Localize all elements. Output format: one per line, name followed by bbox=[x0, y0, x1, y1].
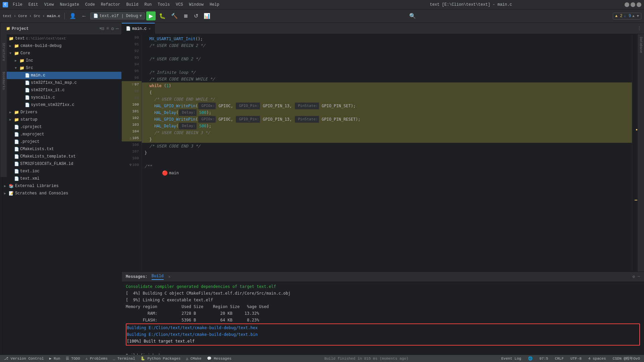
profile-button[interactable]: 👤 bbox=[67, 11, 78, 20]
build-tab-button[interactable]: Build bbox=[152, 274, 164, 280]
tree-drivers[interactable]: ▶ 📁 Drivers bbox=[3, 109, 121, 116]
python-packages-button[interactable]: 🐍 Python Packages bbox=[139, 356, 182, 361]
tree-it[interactable]: 📄 stm32f1xx_it.c bbox=[3, 86, 121, 94]
menu-window[interactable]: Window bbox=[186, 2, 206, 8]
menu-refactor[interactable]: Refactor bbox=[98, 2, 123, 8]
tree-core[interactable]: ▼ 📁 Core bbox=[3, 50, 121, 57]
tree-inc[interactable]: ▶ 📁 Inc bbox=[3, 57, 121, 64]
inc-label: Inc bbox=[26, 58, 33, 63]
build-spacer bbox=[126, 346, 640, 352]
fold-area-103: 103 bbox=[122, 121, 142, 128]
tree-cmakelists-template[interactable]: 📄 CMakeLists_template.txt bbox=[3, 153, 121, 160]
fold-icon-109[interactable]: ▽ bbox=[129, 163, 131, 167]
todo-button[interactable]: ☰ TODO bbox=[64, 356, 82, 361]
build-button[interactable]: 🔨 bbox=[169, 11, 180, 20]
version-control-button[interactable]: ⎇ Version Control bbox=[3, 356, 45, 361]
right-scroll-gutter bbox=[632, 34, 637, 272]
cmake-icon: 📄 bbox=[14, 147, 19, 152]
line-number-104: 104 bbox=[132, 129, 139, 133]
database-tab[interactable]: Database bbox=[639, 37, 643, 53]
tree-ioc[interactable]: 📄 text.ioc bbox=[3, 168, 121, 175]
param-gpiox-1: GPIOx: bbox=[198, 103, 216, 109]
tab-close-button[interactable]: ✕ bbox=[149, 27, 151, 31]
crlf-button[interactable]: CRLF bbox=[553, 357, 565, 361]
run-config-selector[interactable]: 📄 text.elf | Debug ▼ bbox=[90, 12, 145, 19]
panel-right-controls: ⚙ — bbox=[633, 274, 640, 279]
messages-status-label: Messages bbox=[214, 357, 231, 361]
tree-hal-msp[interactable]: 📄 stm32f1xx_hal_msp.c bbox=[3, 79, 121, 86]
collapse-all-button[interactable]: ⊟ bbox=[101, 26, 104, 32]
filter-button[interactable]: ⚙ bbox=[111, 26, 114, 32]
terminal-button[interactable]: _ Terminal bbox=[112, 357, 137, 361]
tree-mxproject[interactable]: 📄 .mxproject bbox=[3, 131, 121, 138]
menu-help[interactable]: Help bbox=[207, 2, 222, 8]
structure-tab[interactable]: Structure bbox=[2, 43, 5, 61]
messages-button[interactable]: 💬 Messages bbox=[206, 356, 233, 361]
tree-main-c[interactable]: 📄 main.c bbox=[3, 72, 121, 79]
tree-xml[interactable]: 📄 text.xml bbox=[3, 175, 121, 182]
titlebar: C File Edit View Navigate Code Refactor … bbox=[0, 0, 644, 9]
menu-edit[interactable]: Edit bbox=[26, 2, 41, 8]
sort-button[interactable]: ≡ bbox=[106, 26, 109, 32]
tree-external-libraries[interactable]: ▶ 📚 External Libraries bbox=[3, 182, 121, 190]
menu-build[interactable]: Build bbox=[123, 2, 141, 8]
menu-view[interactable]: View bbox=[42, 2, 57, 8]
file-tree-header: 📁 Project ▼ ⊟ ≡ ⚙ — bbox=[3, 23, 121, 35]
tab-options-button[interactable]: ⋮ bbox=[637, 26, 641, 31]
tab-main-c[interactable]: 📄 main.c ✕ bbox=[122, 23, 155, 34]
position-button[interactable]: 97:5 bbox=[538, 357, 549, 361]
encoding-button[interactable]: UTF-8 bbox=[569, 357, 583, 361]
tree-project[interactable]: 📄 .project bbox=[3, 138, 121, 145]
menu-vcs[interactable]: VCS bbox=[173, 2, 186, 8]
tree-ld[interactable]: 📄 STM32F103C8Tx_FLASH.ld bbox=[3, 160, 121, 168]
problems-button[interactable]: ⚠ Problems bbox=[84, 356, 109, 361]
debug-button[interactable]: 🐛 bbox=[157, 11, 168, 20]
status-bar-right: Event Log 🌐 97:5 CRLF UTF-8 4 spaces CSD… bbox=[500, 356, 641, 361]
tree-root[interactable]: ▼ 📁 text E:\Clion\text\text bbox=[3, 35, 121, 42]
line-number-96: 96 bbox=[135, 76, 139, 80]
tree-cmake-build-debug[interactable]: ▶ 📁 cmake-build-debug bbox=[3, 42, 121, 50]
panel-settings-button[interactable]: ⚙ bbox=[633, 274, 635, 279]
tree-cmakelists[interactable]: 📄 CMakeLists.txt bbox=[3, 145, 121, 153]
close-button[interactable] bbox=[637, 2, 641, 7]
minimize-button[interactable] bbox=[625, 2, 629, 7]
tree-src[interactable]: ▼ 📁 Src bbox=[3, 64, 121, 72]
fold-area-91: 91 bbox=[122, 41, 142, 48]
tree-cproject[interactable]: 📄 .cproject bbox=[3, 123, 121, 131]
menu-code[interactable]: Code bbox=[83, 2, 98, 8]
maximize-button[interactable] bbox=[631, 2, 635, 7]
menu-navigate[interactable]: Navigate bbox=[57, 2, 82, 8]
tree-system[interactable]: 📄 system_stm32f1xx.c bbox=[3, 101, 121, 109]
menu-tools[interactable]: Tools bbox=[155, 2, 172, 8]
menu-run[interactable]: Run bbox=[142, 2, 154, 8]
indent-button[interactable]: 4 spaces bbox=[587, 357, 607, 361]
run-status-button[interactable]: ▶ Run bbox=[48, 356, 62, 361]
build-tab-close[interactable]: ✕ bbox=[168, 275, 171, 279]
tree-startup[interactable]: ▶ 📁 startup bbox=[3, 116, 121, 123]
menu-file[interactable]: File bbox=[10, 2, 25, 8]
tree-scratches[interactable]: ▶ 📝 Scratches and Consoles bbox=[3, 190, 121, 197]
tree-syscalls[interactable]: 📄 syscalls.c bbox=[3, 94, 121, 101]
code-line-101: HAL_Delay( Delay: 500); bbox=[142, 109, 632, 116]
cmake-button[interactable]: △ CMake bbox=[184, 356, 203, 361]
search-everywhere-button[interactable]: 🔍 bbox=[407, 11, 418, 20]
rerun-button[interactable]: ↺ bbox=[192, 11, 200, 20]
stop-button[interactable]: ⏹ bbox=[181, 12, 191, 20]
settings-button[interactable]: — bbox=[116, 26, 119, 32]
run-button[interactable]: ▶ bbox=[146, 11, 156, 20]
bookmarks-tab[interactable]: Bookmarks bbox=[2, 72, 5, 90]
event-log-button[interactable]: Event Log bbox=[500, 357, 523, 361]
code-line-92 bbox=[142, 49, 632, 56]
back-button[interactable]: ← bbox=[79, 12, 89, 20]
code-content[interactable]: MX_USART1_UART_Init(); /* USER CODE BEGI… bbox=[142, 34, 632, 272]
c-file-icon2: 📄 bbox=[25, 80, 30, 85]
xml-icon: 📄 bbox=[14, 176, 19, 181]
line-number-106: 106 bbox=[132, 143, 139, 147]
fold-icon-97[interactable]: ▽ bbox=[132, 82, 134, 86]
toolbar-separator-1 bbox=[64, 13, 65, 19]
coverage-button[interactable]: 📊 bbox=[202, 11, 212, 20]
syscalls-label: syscalls.c bbox=[31, 95, 55, 100]
problems-badge[interactable]: ▲ 2 ↓ 9 ▲ ▼ bbox=[613, 13, 641, 19]
fold-icon-105[interactable]: △ bbox=[129, 136, 131, 140]
panel-minimize-button[interactable]: — bbox=[638, 274, 640, 279]
